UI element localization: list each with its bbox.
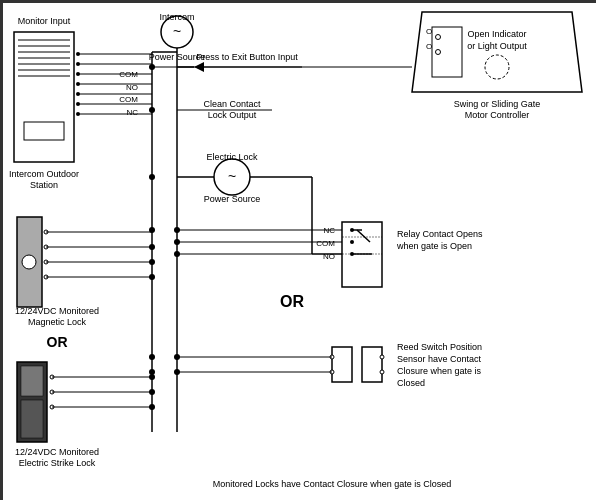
svg-text:12/24VDC Monitored: 12/24VDC Monitored (15, 447, 99, 457)
svg-text:NO: NO (126, 83, 138, 92)
svg-text:Closed: Closed (397, 378, 425, 388)
svg-point-134 (149, 274, 155, 280)
svg-point-87 (380, 355, 384, 359)
svg-point-53 (436, 50, 441, 55)
svg-point-131 (149, 227, 155, 233)
svg-point-133 (149, 259, 155, 265)
svg-point-69 (350, 240, 354, 244)
svg-text:Electric Strike Lock: Electric Strike Lock (19, 458, 96, 468)
svg-point-130 (149, 174, 155, 180)
svg-text:Closure when gate is: Closure when gate is (397, 366, 482, 376)
svg-point-79 (174, 227, 180, 233)
svg-text:when gate is Open: when gate is Open (396, 241, 472, 251)
svg-text:Press to Exit Button Input: Press to Exit Button Input (196, 52, 298, 62)
svg-point-80 (174, 239, 180, 245)
svg-point-128 (149, 64, 155, 70)
svg-rect-112 (21, 400, 43, 438)
svg-text:~: ~ (228, 168, 236, 184)
svg-text:OR: OR (280, 293, 304, 310)
svg-text:Monitored Locks have Contact C: Monitored Locks have Contact Closure whe… (213, 479, 452, 489)
svg-rect-9 (24, 122, 64, 140)
svg-text:Lock Output: Lock Output (208, 110, 257, 120)
svg-rect-84 (362, 347, 382, 382)
svg-text:Relay Contact Opens: Relay Contact Opens (397, 229, 483, 239)
svg-point-98 (22, 255, 36, 269)
svg-text:NC: NC (126, 108, 138, 117)
wiring-diagram: Monitor Input Intercom Outdoor Station ~… (0, 0, 596, 500)
svg-point-70 (350, 252, 354, 256)
svg-text:COM: COM (119, 95, 138, 104)
svg-rect-111 (21, 366, 43, 396)
svg-text:Power Source: Power Source (204, 194, 261, 204)
svg-point-136 (149, 369, 155, 375)
svg-text:Motor Controller: Motor Controller (465, 110, 530, 120)
svg-text:~: ~ (173, 23, 181, 39)
svg-rect-83 (332, 347, 352, 382)
svg-text:Station: Station (30, 180, 58, 190)
svg-point-91 (174, 354, 180, 360)
svg-text:Monitor Input: Monitor Input (18, 16, 71, 26)
svg-point-129 (149, 107, 155, 113)
svg-text:COM: COM (316, 239, 335, 248)
svg-text:COM: COM (119, 70, 138, 79)
svg-text:Reed Switch Position: Reed Switch Position (397, 342, 482, 352)
svg-text:Electric Lock: Electric Lock (206, 152, 258, 162)
svg-point-68 (350, 228, 354, 232)
svg-text:NO: NO (323, 252, 335, 261)
svg-text:Magnetic Lock: Magnetic Lock (28, 317, 87, 327)
svg-point-52 (436, 35, 441, 40)
svg-text:O: O (426, 27, 432, 36)
svg-text:Sensor have Contact: Sensor have Contact (397, 354, 482, 364)
svg-point-121 (149, 404, 155, 410)
svg-point-135 (149, 354, 155, 360)
svg-point-92 (174, 369, 180, 375)
svg-text:Intercom Outdoor: Intercom Outdoor (9, 169, 79, 179)
svg-point-120 (149, 389, 155, 395)
svg-point-88 (380, 370, 384, 374)
svg-text:or Light Output: or Light Output (467, 41, 527, 51)
svg-text:Clean Contact: Clean Contact (203, 99, 261, 109)
svg-text:Intercom: Intercom (159, 12, 194, 22)
svg-text:12/24VDC Monitored: 12/24VDC Monitored (15, 306, 99, 316)
svg-point-81 (174, 251, 180, 257)
svg-point-132 (149, 244, 155, 250)
svg-text:OR: OR (47, 334, 68, 350)
svg-point-58 (485, 55, 509, 79)
svg-text:O: O (426, 42, 432, 51)
svg-text:Open Indicator: Open Indicator (467, 29, 526, 39)
svg-text:Swing or Sliding Gate: Swing or Sliding Gate (454, 99, 541, 109)
